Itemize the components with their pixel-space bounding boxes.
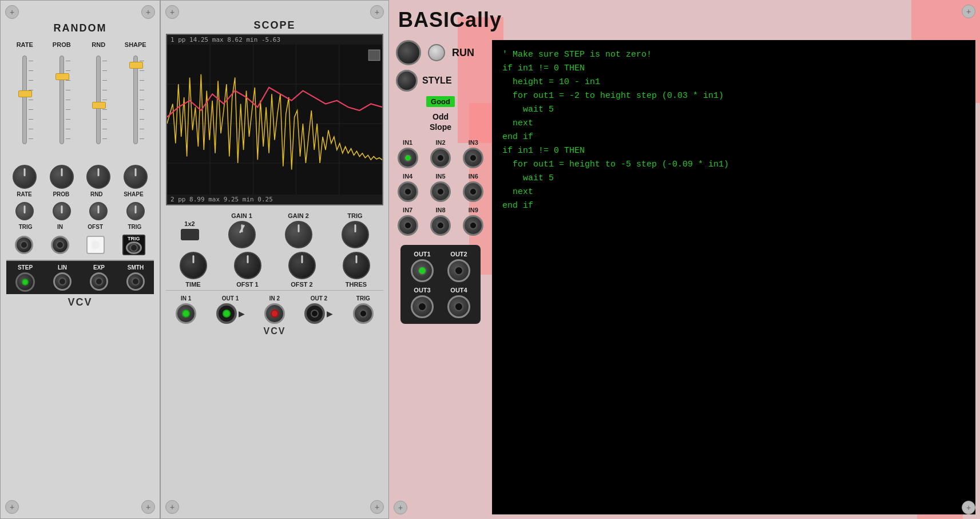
in9-center bbox=[469, 221, 477, 229]
label-trig2: TRIG bbox=[128, 224, 141, 230]
ofst-button[interactable] bbox=[86, 236, 105, 254]
basically-corner-br[interactable]: + bbox=[962, 501, 975, 514]
out1-center bbox=[418, 266, 427, 275]
random-brand: VCV bbox=[68, 296, 92, 308]
attenuverter-shape[interactable] bbox=[126, 202, 145, 220]
corner-bl[interactable]: + bbox=[5, 500, 19, 514]
scope-thres-knob[interactable] bbox=[343, 252, 370, 279]
jack-exp[interactable] bbox=[90, 272, 108, 291]
scope-in1-center bbox=[182, 310, 190, 318]
in4-jack[interactable] bbox=[398, 181, 418, 202]
scope-in2-jack[interactable] bbox=[264, 303, 285, 324]
out2-label: OUT2 bbox=[450, 251, 467, 257]
scope-trig-jack-center bbox=[359, 310, 367, 318]
fader-label-rate: RATE bbox=[10, 41, 39, 48]
out3-jack[interactable] bbox=[411, 295, 434, 318]
in8-jack[interactable] bbox=[430, 215, 451, 236]
run-label: RUN bbox=[452, 47, 474, 59]
scope-gain1-knob[interactable] bbox=[228, 221, 256, 248]
knob-shape[interactable] bbox=[124, 165, 148, 189]
fader-rnd[interactable] bbox=[84, 56, 113, 156]
in8-group: IN8 bbox=[426, 207, 454, 236]
run-toggle[interactable] bbox=[428, 44, 445, 61]
in4-label: IN4 bbox=[403, 173, 412, 180]
jack-lin[interactable] bbox=[53, 272, 72, 291]
scope-corner-br[interactable]: + bbox=[370, 500, 384, 514]
scope-time-knob[interactable] bbox=[180, 252, 207, 279]
in6-group: IN6 bbox=[459, 173, 487, 202]
scope-trig-knob[interactable] bbox=[342, 221, 369, 248]
attenuverter-prob[interactable] bbox=[53, 202, 71, 220]
jack-step[interactable] bbox=[15, 272, 35, 292]
scope-corner-tr[interactable]: + bbox=[370, 5, 384, 19]
scope-out1-jack[interactable] bbox=[216, 303, 237, 324]
scope-trig-jack[interactable] bbox=[353, 303, 374, 324]
attenuverter-rnd[interactable] bbox=[89, 202, 108, 220]
in-grid: IN1 IN2 IN3 IN4 bbox=[394, 139, 487, 236]
out4-label: OUT4 bbox=[450, 287, 467, 294]
scope-out2-center bbox=[311, 310, 319, 318]
scope-gain2-knob[interactable] bbox=[285, 221, 312, 248]
corner-tr[interactable]: + bbox=[141, 5, 155, 19]
knob-group-shape bbox=[124, 165, 148, 189]
scope-mode-button[interactable] bbox=[181, 229, 199, 240]
trig-button[interactable]: TRIG bbox=[122, 235, 145, 255]
scope-ofst1-knob[interactable] bbox=[234, 252, 261, 279]
scope-corner-bl[interactable]: + bbox=[165, 500, 179, 514]
in6-jack[interactable] bbox=[463, 181, 483, 202]
scope-ch2-text: 2 pp 8.99 max 9.25 min 0.25 bbox=[170, 196, 273, 203]
in2-center bbox=[437, 154, 445, 162]
scope-out2-jack[interactable] bbox=[304, 303, 325, 324]
in9-group: IN9 bbox=[459, 207, 487, 236]
corner-br[interactable]: + bbox=[141, 500, 155, 514]
in1-jack[interactable] bbox=[398, 148, 418, 168]
scope-trig-label: TRIG bbox=[347, 212, 362, 219]
out2-jack[interactable] bbox=[447, 259, 470, 282]
style-knob[interactable] bbox=[396, 70, 418, 92]
scope-in2-label: IN 2 bbox=[269, 295, 280, 302]
label-trig: TRIG bbox=[19, 224, 33, 230]
knob-label-rate: RATE bbox=[17, 191, 31, 197]
scope-corner-tl[interactable]: + bbox=[165, 5, 179, 19]
corner-tl[interactable]: + bbox=[5, 5, 19, 19]
scope-thres-group: THRES bbox=[343, 252, 370, 288]
jack-in[interactable] bbox=[51, 236, 69, 254]
scope-mode-group: 1x2 bbox=[181, 220, 199, 240]
faders-row bbox=[6, 53, 154, 156]
knob-group-rnd bbox=[86, 165, 110, 189]
scope-out1-center bbox=[223, 310, 231, 318]
in9-jack[interactable] bbox=[463, 215, 483, 236]
attenuverter-rate[interactable] bbox=[15, 202, 34, 220]
out2-center bbox=[454, 266, 463, 275]
scope-in1-label: IN 1 bbox=[181, 295, 191, 302]
in2-group: IN2 bbox=[426, 139, 454, 168]
scope-gain1-group: GAIN 1 bbox=[228, 212, 256, 248]
scope-trig-group: TRIG bbox=[342, 212, 369, 248]
in2-jack[interactable] bbox=[430, 148, 451, 168]
scope-ofst2-knob[interactable] bbox=[288, 252, 316, 279]
knob-rnd[interactable] bbox=[86, 165, 110, 189]
run-knob[interactable] bbox=[396, 40, 421, 65]
out4-jack[interactable] bbox=[447, 295, 470, 318]
jack-trig-out[interactable] bbox=[126, 241, 142, 254]
arrow-icon-2: ▶ bbox=[327, 309, 333, 318]
knob-prob[interactable] bbox=[50, 165, 74, 189]
fader-rate[interactable] bbox=[10, 56, 39, 156]
basically-corner-bl[interactable]: + bbox=[394, 501, 407, 514]
scope-in1-jack[interactable] bbox=[176, 303, 196, 324]
basically-corner-tr[interactable]: + bbox=[962, 5, 975, 18]
in8-label: IN8 bbox=[435, 207, 445, 213]
code-editor[interactable]: ' Make sure STEP is not zero! if in1 != … bbox=[492, 40, 975, 514]
scope-ch1-text: 1 pp 14.25 max 8.62 min -5.63 bbox=[170, 36, 280, 43]
out1-jack[interactable] bbox=[411, 259, 434, 282]
in5-jack[interactable] bbox=[430, 181, 451, 202]
fader-prob[interactable] bbox=[47, 56, 76, 156]
jack-trig-in[interactable] bbox=[15, 236, 33, 254]
code-line-4: wait 5 bbox=[502, 103, 965, 117]
fader-shape[interactable] bbox=[121, 56, 150, 156]
in7-jack[interactable] bbox=[398, 215, 418, 236]
jack-smth[interactable] bbox=[126, 272, 145, 291]
scope-out2-group: OUT 2 ▶ bbox=[304, 295, 333, 324]
knob-rate[interactable] bbox=[13, 165, 37, 189]
in3-jack[interactable] bbox=[463, 148, 483, 168]
